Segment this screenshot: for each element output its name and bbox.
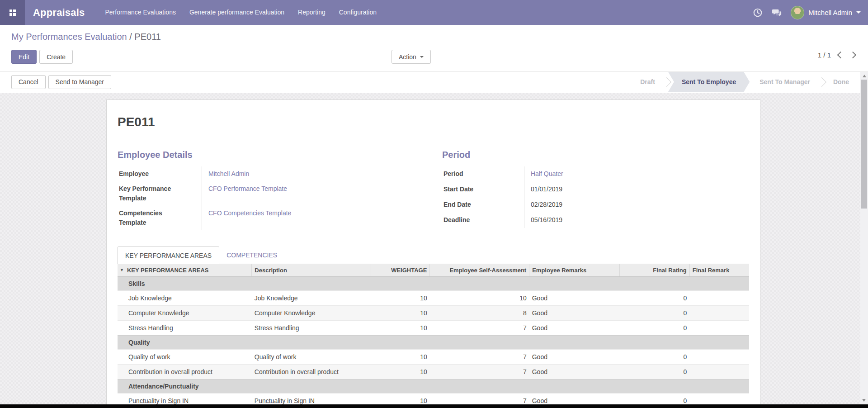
pager: 1 / 1 bbox=[818, 51, 855, 59]
apps-grid-icon bbox=[9, 9, 16, 16]
column-header-final-rating[interactable]: Final Rating bbox=[619, 264, 689, 277]
notebook: KEY PERFORMANCE AREAS COMPETENCIES ▼KEY … bbox=[118, 247, 749, 404]
main-menu: Performance Evaluations Generate perform… bbox=[99, 0, 384, 25]
field-row: Key Performance Template CFO Performance… bbox=[118, 181, 423, 206]
employee-label: Employee bbox=[118, 166, 202, 181]
form-sheet: PE011 Employee Details Employee Mitchell… bbox=[106, 100, 760, 404]
table-row[interactable]: Punctuality in Sign INPunctuality in Sig… bbox=[118, 394, 749, 405]
record-buttons: Edit Create bbox=[11, 50, 73, 64]
table-group-row-attendance-punctuality[interactable]: Attendance/Punctuality bbox=[118, 380, 749, 394]
table-row[interactable]: Quality of workQuality of work 107 Good0 bbox=[118, 350, 749, 365]
column-header-description[interactable]: Description bbox=[252, 264, 371, 277]
pager-next-icon[interactable] bbox=[849, 52, 857, 59]
pager-value: 1 / 1 bbox=[818, 51, 831, 59]
status-step-draft[interactable]: Draft bbox=[630, 72, 665, 92]
field-row: Period Half Quater bbox=[442, 166, 749, 182]
top-navbar: Appraisals Performance Evaluations Gener… bbox=[0, 0, 868, 25]
user-menu[interactable]: Mitchell Admin bbox=[791, 6, 861, 19]
breadcrumb-parent-link[interactable]: My Performances Evaluation bbox=[11, 32, 127, 42]
start-date-label: Start Date bbox=[442, 182, 524, 197]
column-header-self-assessment[interactable]: Employee Self-Assessment bbox=[430, 264, 529, 277]
period-group: Period Period Half Quater Start Date 01/… bbox=[442, 149, 749, 230]
edit-button[interactable]: Edit bbox=[11, 50, 37, 64]
table-row[interactable]: Computer KnowledgeComputer Knowledge 108… bbox=[118, 306, 749, 321]
end-date-value: 02/28/2019 bbox=[524, 197, 562, 213]
tab-key-performance-areas[interactable]: KEY PERFORMANCE AREAS bbox=[118, 247, 219, 264]
breadcrumb-divider: / bbox=[129, 32, 134, 42]
key-performance-template-label: Key Performance Template bbox=[118, 181, 202, 206]
employee-details-group: Employee Details Employee Mitchell Admin… bbox=[118, 149, 423, 230]
create-button[interactable]: Create bbox=[39, 50, 73, 64]
breadcrumb-current: PE011 bbox=[134, 32, 161, 42]
field-row: Deadline 05/16/2019 bbox=[442, 213, 749, 228]
period-label: Period bbox=[442, 166, 524, 182]
menu-generate-performance-evaluation[interactable]: Generate performance Evaluation bbox=[183, 0, 291, 25]
table-group-row-quality[interactable]: Quality bbox=[118, 336, 749, 350]
table-group-row-skills[interactable]: Skills bbox=[118, 277, 749, 291]
form-groups: Employee Details Employee Mitchell Admin… bbox=[118, 149, 749, 230]
cancel-button[interactable]: Cancel bbox=[11, 75, 46, 89]
record-title: PE011 bbox=[118, 115, 749, 129]
table-row[interactable]: Job KnowledgeJob Knowledge 1010 Good0 bbox=[118, 291, 749, 306]
form-view-background: PE011 Employee Details Employee Mitchell… bbox=[0, 93, 860, 404]
status-row: Cancel Send to Manager Draft Sent To Emp… bbox=[0, 72, 868, 92]
tab-competencies[interactable]: COMPETENCIES bbox=[219, 247, 284, 264]
field-row: Employee Mitchell Admin bbox=[118, 166, 423, 181]
table-row[interactable]: Stress HandlingStress Handling 107 Good0 bbox=[118, 321, 749, 336]
apps-menu-button[interactable] bbox=[0, 0, 25, 25]
table-header-row: ▼KEY PERFORMANCE AREAS Description WEIGH… bbox=[118, 264, 749, 277]
column-header-final-remark[interactable]: Final Remark bbox=[689, 264, 749, 277]
period-value-link[interactable]: Half Quater bbox=[524, 166, 563, 182]
pager-previous-icon[interactable] bbox=[837, 52, 844, 59]
workflow-buttons: Cancel Send to Manager bbox=[11, 75, 111, 89]
sort-caret-icon: ▼ bbox=[120, 268, 124, 272]
scroll-up-arrow-icon[interactable] bbox=[863, 75, 866, 77]
tab-bar: KEY PERFORMANCE AREAS COMPETENCIES bbox=[118, 247, 749, 264]
table-row[interactable]: Contribution in overall productContribut… bbox=[118, 365, 749, 380]
employee-value-link[interactable]: Mitchell Admin bbox=[202, 166, 249, 181]
period-heading: Period bbox=[442, 149, 749, 160]
navbar-right: Mitchell Admin bbox=[753, 6, 868, 19]
send-to-manager-button[interactable]: Send to Manager bbox=[48, 75, 111, 89]
deadline-value: 05/16/2019 bbox=[524, 213, 562, 228]
status-step-sent-to-manager[interactable]: Sent To Manager bbox=[750, 72, 820, 92]
scroll-down-arrow-icon[interactable] bbox=[862, 399, 866, 402]
kpa-table: ▼KEY PERFORMANCE AREAS Description WEIGH… bbox=[118, 264, 749, 404]
chevron-down-icon bbox=[856, 11, 861, 14]
column-header-employee-remarks[interactable]: Employee Remarks bbox=[529, 264, 620, 277]
messages-chat-icon[interactable] bbox=[772, 8, 782, 18]
menu-reporting[interactable]: Reporting bbox=[291, 0, 332, 25]
breadcrumb: My Performances Evaluation / PE011 bbox=[11, 32, 161, 42]
column-header-weightage[interactable]: WEIGHTAGE bbox=[371, 264, 430, 277]
employee-details-heading: Employee Details bbox=[118, 149, 423, 160]
vertical-scrollbar[interactable] bbox=[860, 72, 868, 404]
column-header-kpa[interactable]: ▼KEY PERFORMANCE AREAS bbox=[118, 264, 252, 277]
activities-clock-icon[interactable] bbox=[753, 8, 763, 18]
start-date-value: 01/01/2019 bbox=[524, 182, 562, 197]
chevron-down-icon bbox=[420, 56, 424, 58]
action-dropdown-button[interactable]: Action bbox=[392, 50, 431, 64]
competencies-template-label: Competencies Template bbox=[118, 206, 202, 230]
key-performance-template-value-link[interactable]: CFO Performance Template bbox=[202, 181, 287, 206]
app-title: Appraisals bbox=[33, 7, 85, 19]
field-row: Start Date 01/01/2019 bbox=[442, 182, 749, 197]
action-label: Action bbox=[399, 53, 416, 61]
competencies-template-value-link[interactable]: CFO Competencies Template bbox=[202, 206, 291, 230]
status-step-done[interactable]: Done bbox=[823, 72, 859, 92]
status-step-sent-to-employee[interactable]: Sent To Employee bbox=[668, 72, 750, 92]
user-name: Mitchell Admin bbox=[808, 9, 852, 16]
statusbar: Draft Sent To Employee Sent To Manager D… bbox=[630, 72, 859, 92]
menu-configuration[interactable]: Configuration bbox=[332, 0, 383, 25]
field-row: Competencies Template CFO Competencies T… bbox=[118, 206, 423, 230]
menu-performance-evaluations[interactable]: Performance Evaluations bbox=[99, 0, 183, 25]
end-date-label: End Date bbox=[442, 197, 524, 213]
field-row: End Date 02/28/2019 bbox=[442, 197, 749, 213]
deadline-label: Deadline bbox=[442, 213, 524, 228]
screen-bottom-edge bbox=[0, 404, 868, 408]
scrollbar-thumb[interactable] bbox=[861, 80, 867, 209]
user-avatar bbox=[791, 6, 804, 19]
control-panel: My Performances Evaluation / PE011 Edit … bbox=[0, 25, 868, 71]
